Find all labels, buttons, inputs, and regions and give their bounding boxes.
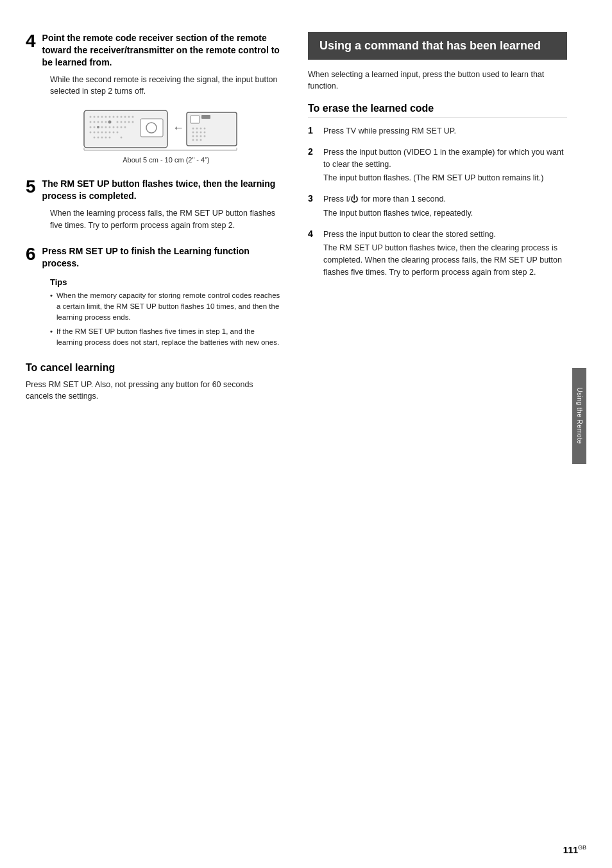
svg-point-7 bbox=[113, 116, 115, 118]
svg-point-67 bbox=[196, 139, 198, 141]
item-2-number: 2 bbox=[308, 146, 318, 157]
svg-point-12 bbox=[132, 116, 134, 118]
item-3-content: Press I/⏻ for more than 1 second. The in… bbox=[323, 193, 473, 220]
tip-item-2: If the RM SET UP button flashes five tim… bbox=[50, 326, 282, 347]
svg-point-62 bbox=[192, 135, 194, 137]
svg-point-4 bbox=[101, 116, 103, 118]
erase-item-1: 1 Press TV while pressing RM SET UP. bbox=[308, 125, 567, 137]
svg-point-31 bbox=[117, 126, 119, 128]
tips-list: When the memory capacity for storing rem… bbox=[50, 290, 282, 347]
svg-point-18 bbox=[108, 121, 112, 124]
page-container: 4 Point the remote code receiver section… bbox=[0, 0, 612, 868]
right-intro: When selecting a learned input, press th… bbox=[308, 69, 567, 93]
right-column: Using a command that has been learned Wh… bbox=[295, 19, 586, 849]
svg-point-23 bbox=[132, 121, 134, 123]
svg-point-41 bbox=[117, 132, 119, 134]
svg-point-9 bbox=[121, 116, 123, 118]
item-1-main: Press TV while pressing RM SET UP. bbox=[323, 126, 456, 135]
svg-rect-52 bbox=[191, 116, 200, 123]
step6-title: Press RM SET UP to finish the Learning f… bbox=[42, 245, 282, 270]
page-number: 111 bbox=[563, 845, 578, 855]
item-4-sub: The RM SET UP button flashes twice, then… bbox=[323, 242, 567, 278]
svg-point-58 bbox=[192, 132, 194, 134]
svg-point-20 bbox=[121, 121, 123, 123]
item-3-main: Press I/⏻ for more than 1 second. bbox=[323, 195, 446, 204]
svg-point-39 bbox=[109, 132, 111, 134]
tip-item-1: When the memory capacity for storing rem… bbox=[50, 290, 282, 322]
step4-body: While the second remote is receiving the… bbox=[26, 74, 282, 98]
item-4-number: 4 bbox=[308, 229, 318, 239]
step6-number: 6 bbox=[26, 245, 36, 263]
svg-point-3 bbox=[98, 116, 99, 118]
item-2-content: Press the input button (VIDEO 1 in the e… bbox=[323, 146, 567, 184]
svg-point-11 bbox=[128, 116, 130, 118]
svg-point-66 bbox=[192, 139, 194, 141]
svg-point-60 bbox=[200, 132, 202, 134]
right-header-title: Using a command that has been learned bbox=[319, 39, 558, 53]
svg-point-16 bbox=[101, 121, 103, 123]
svg-point-37 bbox=[101, 132, 103, 134]
step6-block: 6 Press RM SET UP to finish the Learning… bbox=[26, 245, 282, 347]
svg-point-28 bbox=[105, 126, 107, 128]
page-suffix: GB bbox=[578, 844, 586, 851]
erase-section-title: To erase the learned code bbox=[308, 103, 567, 117]
svg-point-24 bbox=[90, 126, 92, 128]
step4-heading: 4 Point the remote code receiver section… bbox=[26, 32, 282, 69]
erase-item-2: 2 Press the input button (VIDEO 1 in the… bbox=[308, 146, 567, 184]
svg-point-15 bbox=[98, 121, 99, 123]
svg-point-59 bbox=[196, 132, 198, 134]
svg-point-40 bbox=[113, 132, 115, 134]
svg-point-63 bbox=[196, 135, 198, 137]
svg-point-22 bbox=[128, 121, 130, 123]
step5-body: When the learning process fails, the RM … bbox=[26, 207, 282, 232]
svg-point-14 bbox=[94, 121, 96, 123]
item-4-content: Press the input button to clear the stor… bbox=[323, 229, 567, 279]
svg-point-32 bbox=[121, 126, 123, 128]
svg-point-25 bbox=[94, 126, 96, 128]
svg-point-46 bbox=[109, 137, 111, 139]
step5-block: 5 The RM SET UP button flashes twice, th… bbox=[26, 178, 282, 231]
svg-point-10 bbox=[124, 116, 126, 118]
svg-point-64 bbox=[200, 135, 202, 137]
step4-block: 4 Point the remote code receiver section… bbox=[26, 32, 282, 164]
svg-point-57 bbox=[204, 128, 206, 130]
side-tab: Using the Remote bbox=[572, 368, 586, 464]
cancel-learning-body: Press RM SET UP. Also, not pressing any … bbox=[26, 379, 282, 403]
svg-point-8 bbox=[117, 116, 119, 118]
item-2-main: Press the input button (VIDEO 1 in the e… bbox=[323, 148, 564, 169]
erase-item-4: 4 Press the input button to clear the st… bbox=[308, 229, 567, 279]
svg-point-29 bbox=[109, 126, 111, 128]
svg-point-6 bbox=[109, 116, 111, 118]
svg-point-42 bbox=[94, 137, 96, 139]
svg-point-5 bbox=[105, 116, 107, 118]
svg-point-27 bbox=[101, 126, 103, 128]
step4-title: Point the remote code receiver section o… bbox=[42, 32, 282, 69]
tips-section: Tips When the memory capacity for storin… bbox=[26, 277, 282, 347]
item-1-content: Press TV while pressing RM SET UP. bbox=[323, 125, 456, 137]
svg-point-19 bbox=[117, 121, 119, 123]
erase-item-3: 3 Press I/⏻ for more than 1 second. The … bbox=[308, 193, 567, 220]
svg-point-45 bbox=[105, 137, 107, 139]
svg-point-34 bbox=[90, 132, 92, 134]
diagram-svg: ← bbox=[83, 107, 250, 152]
svg-point-38 bbox=[105, 132, 107, 134]
remote-diagram: ← bbox=[50, 107, 282, 164]
svg-point-33 bbox=[124, 126, 126, 128]
item-3-sub: The input button flashes twice, repeated… bbox=[323, 207, 473, 220]
step5-title: The RM SET UP button flashes twice, then… bbox=[42, 178, 282, 202]
svg-point-44 bbox=[101, 137, 103, 139]
svg-point-30 bbox=[113, 126, 115, 128]
svg-point-36 bbox=[98, 132, 99, 134]
svg-point-26 bbox=[97, 126, 99, 128]
item-4-main: Press the input button to clear the stor… bbox=[323, 230, 496, 239]
svg-point-61 bbox=[204, 132, 206, 134]
svg-point-21 bbox=[124, 121, 126, 123]
svg-point-1 bbox=[90, 116, 92, 118]
svg-point-47 bbox=[121, 137, 123, 139]
svg-rect-48 bbox=[140, 119, 163, 137]
side-tab-label: Using the Remote bbox=[576, 388, 583, 444]
step6-heading: 6 Press RM SET UP to finish the Learning… bbox=[26, 245, 282, 270]
step5-heading: 5 The RM SET UP button flashes twice, th… bbox=[26, 178, 282, 202]
svg-point-56 bbox=[200, 128, 202, 130]
step4-number: 4 bbox=[26, 32, 36, 50]
